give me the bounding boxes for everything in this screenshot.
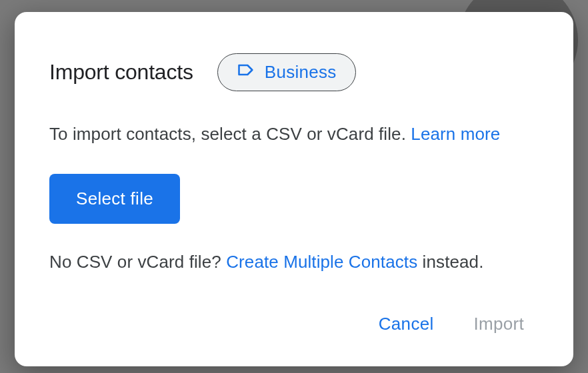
instruction-text: To import contacts, select a CSV or vCar… (49, 122, 539, 147)
dialog-header: Import contacts Business (49, 53, 539, 91)
label-icon (237, 61, 255, 84)
select-file-button[interactable]: Select file (49, 174, 180, 224)
create-multiple-contacts-link[interactable]: Create Multiple Contacts (226, 252, 417, 272)
dialog-actions: Cancel Import (49, 308, 539, 340)
instruction-text-content: To import contacts, select a CSV or vCar… (49, 124, 411, 144)
no-file-hint: No CSV or vCard file? Create Multiple Co… (49, 252, 539, 272)
label-chip-text: Business (265, 62, 337, 83)
import-button: Import (471, 308, 527, 340)
hint-suffix: instead. (417, 252, 483, 272)
label-selector-chip[interactable]: Business (217, 53, 356, 91)
cancel-button[interactable]: Cancel (376, 308, 437, 340)
hint-prefix: No CSV or vCard file? (49, 252, 226, 272)
dialog-title: Import contacts (49, 60, 193, 85)
learn-more-link[interactable]: Learn more (411, 124, 500, 144)
import-contacts-dialog: Import contacts Business To import conta… (15, 12, 573, 366)
